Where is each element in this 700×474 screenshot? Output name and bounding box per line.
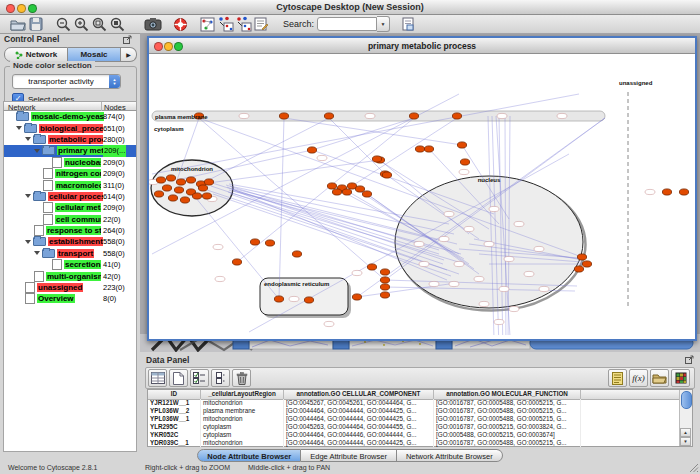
col-header-molecular-function[interactable]: annotation.GO MOLECULAR_FUNCTION bbox=[434, 390, 581, 399]
open-session-button[interactable] bbox=[9, 16, 27, 32]
graph-node[interactable] bbox=[304, 297, 313, 303]
graph-node[interactable] bbox=[380, 277, 389, 283]
graph-node[interactable] bbox=[380, 292, 389, 298]
graph-node[interactable] bbox=[292, 251, 301, 257]
graph-node[interactable] bbox=[452, 113, 461, 119]
network-overlay-button-1[interactable] bbox=[198, 16, 216, 32]
expand-arrow-icon[interactable] bbox=[16, 126, 22, 130]
graph-node[interactable] bbox=[307, 147, 316, 153]
tree-item[interactable]: metabolic process280(0) bbox=[4, 134, 136, 145]
graph-node[interactable] bbox=[265, 240, 274, 246]
graph-node[interactable] bbox=[372, 156, 381, 162]
network-view-window[interactable]: primary metabolic process plasma membran… bbox=[147, 36, 697, 341]
table-row[interactable]: YDR039C__1mitochondrion[GO:0044464, GO:0… bbox=[148, 439, 681, 447]
graph-node[interactable] bbox=[198, 185, 207, 191]
tree-item[interactable]: cellular process614(0) bbox=[4, 191, 136, 202]
graph-node[interactable] bbox=[162, 185, 171, 191]
graph-node[interactable] bbox=[577, 254, 586, 260]
search-options-button[interactable] bbox=[399, 16, 417, 32]
scrollbar-thumb[interactable] bbox=[681, 391, 692, 409]
graph-node[interactable] bbox=[327, 183, 336, 189]
attribute-table-button[interactable] bbox=[148, 369, 167, 387]
tab-mosaic[interactable]: Mosaic bbox=[68, 47, 121, 62]
tree-item[interactable]: biological_process651(0) bbox=[4, 122, 136, 133]
form-button[interactable] bbox=[252, 16, 270, 32]
tree-item[interactable]: secretion41(0) bbox=[4, 259, 136, 270]
graph-node[interactable] bbox=[679, 189, 688, 195]
graph-node[interactable] bbox=[352, 294, 361, 300]
graph-node[interactable] bbox=[166, 175, 175, 181]
import-attributes-button[interactable] bbox=[608, 369, 627, 387]
zoom-selected-button[interactable] bbox=[90, 16, 108, 32]
graph-node[interactable] bbox=[424, 146, 433, 152]
new-attribute-button[interactable] bbox=[169, 369, 188, 387]
graph-node[interactable] bbox=[176, 179, 185, 185]
tab-network[interactable]: Network bbox=[4, 47, 68, 62]
network-tree[interactable]: mosaic-demo-yeast874(0)biological_proces… bbox=[3, 111, 137, 452]
network-view-titlebar[interactable]: primary metabolic process bbox=[149, 38, 695, 54]
col-header-id[interactable]: ID bbox=[148, 390, 201, 399]
col-header-cellular-component[interactable]: annotation.GO CELLULAR_COMPONENT bbox=[284, 390, 434, 399]
float-data-panel-icon[interactable] bbox=[685, 355, 694, 364]
graph-node[interactable] bbox=[362, 191, 371, 197]
graph-node[interactable] bbox=[662, 189, 671, 195]
tree-item[interactable]: unassigned223(0) bbox=[4, 282, 136, 293]
scroll-up-button[interactable]: ▲ bbox=[680, 428, 691, 437]
graph-node[interactable] bbox=[409, 113, 418, 119]
table-row[interactable]: YKR052Ccytoplasm[GO:0044464, GO:0044446,… bbox=[148, 431, 681, 439]
tab-overflow-button[interactable]: ▶ bbox=[121, 47, 137, 62]
tree-item[interactable]: Overview8(0) bbox=[4, 293, 136, 304]
graph-node[interactable] bbox=[168, 195, 177, 201]
graph-node[interactable] bbox=[380, 269, 389, 275]
graph-node[interactable] bbox=[342, 189, 351, 195]
tree-item[interactable]: transport558(0) bbox=[4, 248, 136, 259]
graph-node[interactable] bbox=[274, 296, 283, 302]
matrix-button[interactable] bbox=[671, 369, 690, 387]
expand-arrow-icon[interactable] bbox=[25, 137, 31, 141]
graph-node[interactable] bbox=[460, 159, 469, 165]
search-dropdown-button[interactable]: ▼ bbox=[377, 16, 390, 32]
tree-item[interactable]: multi-organism pro42(0) bbox=[4, 270, 136, 281]
tree-item[interactable]: mosaic-demo-yeast874(0) bbox=[4, 111, 136, 122]
graph-node[interactable] bbox=[457, 142, 466, 148]
table-row[interactable]: YPL036W__2plasma membrane[GO:0044464, GO… bbox=[148, 407, 681, 415]
function-builder-button[interactable]: f(x) bbox=[629, 369, 648, 387]
graph-node[interactable] bbox=[382, 172, 391, 178]
float-panel-icon[interactable] bbox=[123, 35, 132, 44]
tab-edge-attribute-browser[interactable]: Edge Attribute Browser bbox=[301, 449, 397, 462]
graph-node[interactable] bbox=[250, 239, 259, 245]
graph-node[interactable] bbox=[174, 187, 183, 193]
graph-node[interactable] bbox=[574, 266, 583, 272]
expand-arrow-icon[interactable] bbox=[25, 240, 31, 244]
graph-node[interactable] bbox=[202, 193, 211, 199]
graph-node[interactable] bbox=[367, 264, 376, 270]
table-row[interactable]: YJR121W__1mitochondrion[GO:0045267, GO:0… bbox=[148, 399, 681, 407]
tree-item[interactable]: nucleobase-209(0) bbox=[4, 157, 136, 168]
tree-item[interactable]: establishment of lo558(0) bbox=[4, 236, 136, 247]
select-attributes-button[interactable] bbox=[190, 369, 209, 387]
delete-attribute-button[interactable] bbox=[232, 369, 251, 387]
table-scrollbar[interactable]: ▲ ▼ bbox=[679, 390, 692, 446]
resize-grip-icon[interactable] bbox=[689, 463, 699, 473]
scroll-down-button[interactable]: ▼ bbox=[680, 437, 691, 446]
tree-item[interactable]: macromolecule311(0) bbox=[4, 179, 136, 190]
table-row[interactable]: YLR295Ccytoplasm[GO:0045263, GO:0044464,… bbox=[148, 423, 681, 431]
zoom-out-button[interactable] bbox=[54, 16, 72, 32]
graph-node[interactable] bbox=[192, 193, 201, 199]
tab-node-attribute-browser[interactable]: Node Attribute Browser bbox=[197, 449, 301, 462]
attribute-table[interactable]: ID _cellularLayoutRegion annotation.GO C… bbox=[147, 389, 693, 447]
zoom-in-button[interactable] bbox=[72, 16, 90, 32]
node-color-dropdown[interactable]: transporter activity ▲▼ bbox=[12, 74, 121, 89]
col-header-region[interactable]: _cellularLayoutRegion bbox=[201, 390, 284, 399]
graph-node[interactable] bbox=[332, 189, 341, 195]
tree-item[interactable]: cell communicat22(0) bbox=[4, 214, 136, 225]
tree-item[interactable]: primary metabo209(... bbox=[4, 145, 136, 156]
unselect-attributes-button[interactable] bbox=[211, 369, 230, 387]
network-canvas[interactable]: plasma membranecytoplasmmitochondrionnuc… bbox=[149, 54, 691, 335]
graph-node[interactable] bbox=[582, 261, 591, 267]
graph-node[interactable] bbox=[204, 179, 213, 185]
expand-arrow-icon[interactable] bbox=[25, 194, 31, 198]
graph-node[interactable] bbox=[415, 146, 424, 152]
graph-node[interactable] bbox=[156, 177, 165, 183]
tree-item[interactable]: cellular metabo209(0) bbox=[4, 202, 136, 213]
